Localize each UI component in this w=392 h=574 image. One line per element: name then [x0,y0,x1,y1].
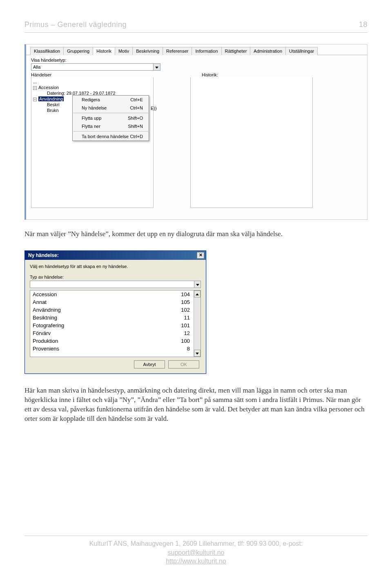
list-item-name: Förvärv [33,330,51,336]
tree-node-accession[interactable]: Accession [38,85,59,90]
list-item-value: 8 [187,346,190,352]
ctx-delete-key: Ctrl+D [130,134,143,139]
page-number: 18 [359,20,368,29]
tab-rattigheter[interactable]: Rättigheter [221,47,251,55]
dialog-instruction: Välj en händelsetyp för att skapa en ny … [30,264,201,269]
doc-title: Primus – Generell vägledning [24,20,127,29]
tab-klassifikation[interactable]: Klassifikation [30,47,64,55]
ctx-down-key: Shift+N [128,124,143,129]
footer-url[interactable]: http://www.kulturit.no [166,558,226,565]
ctx-delete-label: Ta bort denna händelse [82,134,129,139]
list-item-name: Accession [33,291,57,297]
ctx-new[interactable]: Ny händelseCtrl+N [73,104,149,112]
list-item: Besiktning11 [30,314,193,322]
ctx-edit-key: Ctrl+E [130,97,143,102]
list-item-name: Proveniens [33,346,59,352]
ok-button[interactable]: OK [168,360,199,369]
tab-strip: Klassifikation Gruppering Historik Motiv… [26,45,367,55]
ctx-new-key: Ctrl+N [130,105,143,110]
list-item-value: 101 [181,322,190,328]
ctx-separator [73,113,148,113]
list-item: Annat105 [30,298,193,306]
list-item-value: 12 [184,330,190,336]
type-label: Typ av händelse: [30,275,201,279]
list-item: Förvärv12 [30,329,193,337]
list-item-name: Produktion [33,338,58,344]
list-item: Accession104 [30,290,193,298]
list-item-name: Annat [33,299,47,305]
ctx-down[interactable]: Flytta nerShift+N [73,122,149,130]
paragraph-1: När man väljer ”Ny händelse”, kommer det… [24,230,368,239]
footer-email[interactable]: support@kulturit.no [168,549,225,556]
scroll-up-button[interactable] [194,290,200,297]
ctx-up[interactable]: Flytta uppShift+O [73,114,149,122]
ctx-edit-label: Redigera [82,97,100,102]
show-type-input[interactable] [31,63,154,71]
events-tree[interactable]: ... −Accession Datering: 29.07.1872 - 29… [31,77,154,208]
show-type-label: Visa händelsetyp: [31,58,362,63]
chevron-down-icon [155,65,158,69]
collapse-icon[interactable]: − [33,86,37,90]
type-input[interactable] [30,281,194,288]
list-item-name: Fotografering [33,322,64,328]
list-item-value: 102 [181,307,190,313]
tab-information[interactable]: Information [192,47,221,55]
tab-gruppering[interactable]: Gruppering [63,47,93,55]
ctx-up-key: Shift+O [128,116,143,121]
list-item-value: 105 [181,299,190,305]
context-menu: RedigeraCtrl+E Ny händelseCtrl+N Flytta … [72,95,149,141]
close-icon: ✕ [199,252,203,258]
scroll-down-button[interactable] [194,350,200,357]
list-item: Produktion100 [30,337,193,345]
cancel-button[interactable]: Avbryt [134,360,165,369]
list-item-name: Besiktning [33,315,57,321]
list-item-name: Användning [33,307,61,313]
tab-utstallningar[interactable]: Utställningar [285,47,318,55]
events-column-label: Händelser [31,72,154,77]
type-dropdown-button[interactable] [194,281,201,288]
dialog-title: Ny händelse: [28,252,59,258]
history-panel: Klassifikation Gruppering Historik Motiv… [24,44,368,220]
show-type-dropdown-button[interactable] [154,63,160,71]
collapse-icon[interactable]: − [33,98,37,101]
list-item: Proveniens8 [30,345,193,353]
list-item-value: 104 [181,291,190,297]
list-item-value: 100 [181,338,190,344]
tree-root-ellipsis[interactable]: ... [33,79,152,85]
chevron-down-icon [196,351,199,355]
footer-line-1: KulturIT ANS, Maihaugvegen 1, 2609 Lille… [24,539,368,548]
new-event-dialog: Ny händelse: ✕ Välj en händelsetyp för a… [24,250,206,374]
ctx-up-label: Flytta upp [82,116,101,121]
tab-motiv[interactable]: Motiv [115,47,133,55]
chevron-up-icon [196,291,199,296]
list-item: Fotografering101 [30,322,193,329]
ctx-down-label: Flytta ner [82,124,100,129]
ctx-edit[interactable]: RedigeraCtrl+E [73,96,149,104]
tab-beskrivning[interactable]: Beskrivning [132,47,163,55]
history-column-label: Historik: [202,72,218,77]
tab-historik[interactable]: Historik [93,47,115,55]
ej-hint: E)) [151,106,157,111]
type-listbox[interactable]: Accession104 Annat105 Användning102 Besi… [30,290,201,357]
list-item: Användning102 [30,306,193,314]
ctx-separator [73,131,148,132]
history-box[interactable] [190,77,313,208]
chevron-down-icon [196,282,199,287]
paragraph-2: Här kan man skriva in händelsestyp, anmä… [24,386,368,424]
tree-node-anvandning[interactable]: Användning [38,96,64,101]
scrollbar[interactable] [194,290,200,357]
ctx-new-label: Ny händelse [82,105,107,110]
tab-administration[interactable]: Administration [250,47,286,55]
tab-referenser[interactable]: Referenser [163,47,192,55]
doc-header: Primus – Generell vägledning 18 [24,20,368,33]
doc-footer: KulturIT ANS, Maihaugvegen 1, 2609 Lille… [24,536,368,566]
list-item-value: 11 [184,315,190,321]
ctx-delete[interactable]: Ta bort denna händelseCtrl+D [73,132,149,141]
close-button[interactable]: ✕ [197,252,204,259]
